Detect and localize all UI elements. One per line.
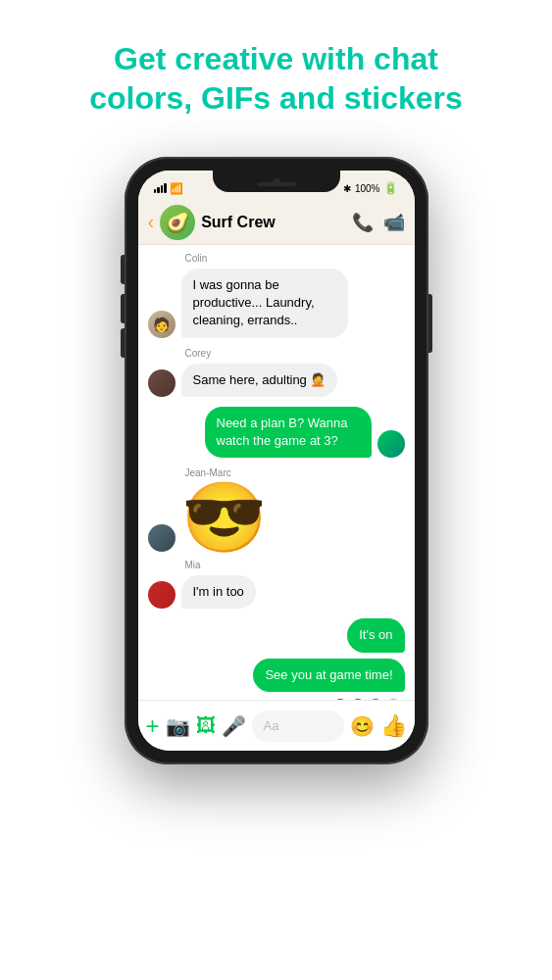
sender-jean: Jean-Marc	[185, 467, 405, 478]
phone-notch	[213, 171, 340, 192]
message-row: Same here, adulting 🤦	[148, 364, 405, 397]
sticker-jean: 😎	[181, 483, 267, 552]
emoji-icon[interactable]: 😊	[350, 714, 375, 738]
camera-icon[interactable]: 📷	[166, 714, 190, 738]
bubble-colin: I was gonna be productive... Laundry, cl…	[181, 269, 348, 338]
notch-speaker	[257, 182, 296, 186]
video-call-icon[interactable]: 📹	[383, 212, 405, 233]
message-row-outgoing: Need a plan B? Wanna watch the game at 3…	[148, 407, 405, 458]
input-placeholder: Aa	[264, 718, 279, 733]
back-button[interactable]: ‹	[148, 211, 155, 233]
headline: Get creative with chat colors, GIFs and …	[40, 0, 512, 147]
plus-icon[interactable]: +	[146, 712, 160, 740]
group-avatar: 🥑	[160, 205, 195, 240]
battery-icon: 🔋	[383, 181, 398, 195]
message-input[interactable]: Aa	[252, 710, 344, 742]
phone-mockup: 📶 9:41 AM ✱ 100% 🔋 ‹ 🥑 Surf Crew 📞 📹 Col…	[125, 157, 428, 764]
wifi-icon: 📶	[170, 182, 183, 195]
bubble-game-time: See you at game time!	[253, 659, 404, 692]
message-row-its-on: It's on	[148, 618, 405, 652]
signal-icon	[154, 183, 167, 193]
avatar-mia	[148, 581, 176, 609]
sender-colin: Colin	[185, 253, 405, 264]
bubble-mia: I'm in too	[181, 575, 256, 609]
chat-body: Colin 🧑 I was gonna be productive... Lau…	[138, 245, 415, 700]
group-name: Surf Crew	[201, 214, 345, 231]
phone-screen: 📶 9:41 AM ✱ 100% 🔋 ‹ 🥑 Surf Crew 📞 📹 Col…	[138, 171, 415, 751]
chat-header: ‹ 🥑 Surf Crew 📞 📹	[138, 200, 415, 245]
image-icon[interactable]: 🖼	[196, 714, 216, 737]
sender-mia: Mia	[185, 560, 405, 570]
avatar-colin: 🧑	[148, 311, 176, 338]
bubble-me-1: Need a plan B? Wanna watch the game at 3…	[205, 407, 372, 458]
bluetooth-icon: ✱	[343, 183, 351, 194]
status-icons: ✱ 100% 🔋	[343, 181, 399, 195]
avatar-jean	[148, 524, 176, 552]
bubble-corey: Same here, adulting 🤦	[181, 364, 338, 397]
mic-icon[interactable]: 🎤	[222, 714, 246, 738]
message-row-game-time: See you at game time!	[148, 659, 405, 692]
thumbs-up-icon[interactable]: 👍	[380, 713, 407, 739]
header-actions: 📞 📹	[352, 212, 405, 233]
battery-label: 100%	[355, 183, 380, 194]
message-row-mia: I'm in too	[148, 575, 405, 609]
message-row-jean: 😎	[148, 483, 405, 552]
avatar-me	[377, 430, 405, 458]
input-bar: + 📷 🖼 🎤 Aa 😊 👍	[138, 700, 415, 751]
avatar-corey	[148, 369, 176, 397]
sender-corey: Corey	[185, 348, 405, 359]
message-row: 🧑 I was gonna be productive... Laundry, …	[148, 269, 405, 338]
phone-call-icon[interactable]: 📞	[352, 212, 374, 233]
bubble-its-on: It's on	[347, 618, 404, 652]
